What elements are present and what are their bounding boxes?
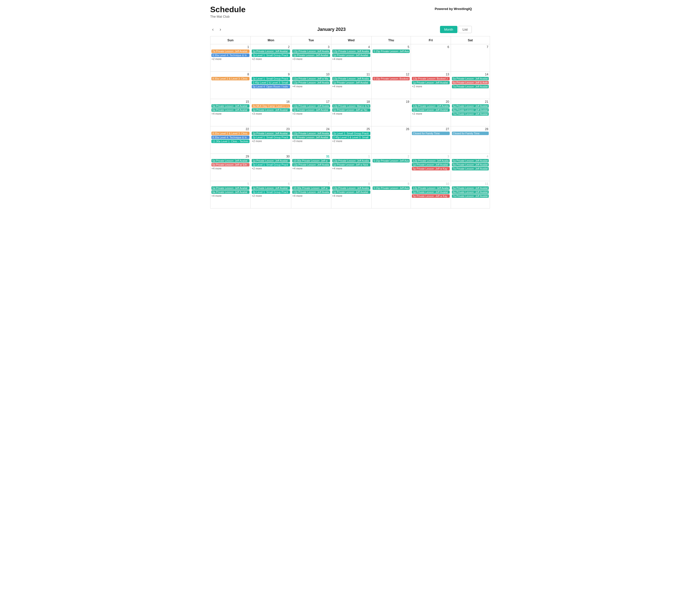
calendar-event[interactable]: 12p Private Lesson: Jeff Availa (332, 186, 370, 190)
more-events-link[interactable]: +2 more (252, 58, 290, 61)
more-events-link[interactable]: +2 more (252, 139, 290, 142)
more-events-link[interactable]: +4 more (332, 167, 370, 170)
next-button[interactable]: › (218, 26, 223, 33)
calendar-cell[interactable]: 1011a Private Lesson: Jeff w Ma12p Priva… (291, 72, 331, 99)
calendar-event[interactable]: 1p Private Lesson: Jeff Availat (412, 81, 450, 84)
calendar-cell[interactable]: 55a Private Lesson: Jeff Availat6a Priva… (210, 181, 251, 208)
more-events-link[interactable]: +4 more (332, 58, 370, 61)
calendar-event[interactable]: 12p Private Lesson: Jeff Availa (332, 159, 370, 162)
calendar-event[interactable]: 6a Private Lesson: Jeff Availat (211, 108, 249, 112)
calendar-event[interactable]: 1p Private Lesson: Jeff Availat (252, 49, 290, 53)
list-view-button[interactable]: List (458, 26, 472, 33)
calendar-event[interactable]: Closed for Family Time (452, 132, 489, 135)
calendar-event[interactable]: 1p Private Lesson: Jeff Availat (332, 190, 370, 194)
calendar-cell[interactable]: 1112p Private Lesson: Jeff Availa1p Priv… (331, 72, 371, 99)
calendar-cell[interactable]: 145a Private Lesson: Jeff Availat6a Priv… (451, 72, 490, 99)
calendar-event[interactable]: 8:30a Level 4: Technique & In (211, 136, 249, 139)
calendar-event[interactable]: 6a Private Lesson: Jeff & Anth (452, 81, 489, 84)
calendar-event[interactable]: 1p Private Lesson: Jeff Availat (332, 53, 370, 57)
calendar-cell[interactable]: 412p Private Lesson: Jeff Availa1p Priva… (331, 44, 371, 72)
calendar-event[interactable]: 8:30a Level 4: Technique & In (211, 53, 249, 57)
calendar-cell[interactable]: 61p Private Lesson: Jeff Availat2p Level… (251, 181, 291, 208)
calendar-event[interactable]: Closed for Family Time (412, 132, 450, 135)
calendar-cell[interactable]: 27Closed for Family Time (411, 126, 451, 154)
calendar-cell[interactable]: 1312p Private Lesson: Booked J1p Private… (411, 72, 451, 99)
more-events-link[interactable]: +4 more (292, 85, 330, 88)
more-events-link[interactable]: +3 more (292, 58, 330, 61)
calendar-event[interactable]: 5:15p Private Lesson: Booked (372, 77, 410, 80)
calendar-cell[interactable]: 1712p Private Lesson: Jeff Availa1p Priv… (291, 99, 331, 126)
calendar-event[interactable]: 1p Private Lesson: Jeff w/ Nic (332, 108, 370, 112)
more-events-link[interactable]: +4 more (332, 194, 370, 197)
calendar-cell[interactable]: 166a MLK Day Camp: Level 1 + L1p Private… (251, 99, 291, 126)
calendar-cell[interactable]: 228:30a Level 2 & Level 3: Clinic8:30a L… (210, 126, 251, 154)
calendar-event[interactable]: 2p Level 1: Small Group Practi (252, 136, 290, 139)
calendar-event[interactable]: 2:45p Level 2 & Level 3: Small (332, 136, 370, 139)
calendar-cell[interactable]: 1012p Private Lesson: Jeff Availa1p Priv… (411, 181, 451, 208)
calendar-event[interactable]: 6a Private Lesson: Jeff Availat (452, 108, 489, 112)
calendar-cell[interactable]: 231p Private Lesson: Jeff Availat2p Leve… (251, 126, 291, 154)
more-events-link[interactable]: +4 more (292, 167, 330, 170)
calendar-event[interactable]: 2p Level 1: Small Group Practi (252, 53, 290, 57)
calendar-event[interactable]: 12p Private Lesson: Marco & N (332, 104, 370, 108)
calendar-event[interactable]: 1p Private Lesson: Jeff Availat (252, 132, 290, 135)
calendar-event[interactable]: 5:15p Private Lesson: Jeff Ava (372, 186, 410, 190)
calendar-event[interactable]: 6a Private Lesson: Jeff w/ Eth (211, 163, 249, 167)
calendar-event[interactable]: 8:30a Level 2 & Level 3: Clinic (211, 132, 249, 135)
calendar-cell[interactable]: 295a Private Lesson: Jeff Availat6a Priv… (210, 154, 251, 181)
calendar-event[interactable]: 5a Private Lesson: Jeff Availat (452, 159, 489, 162)
calendar-event[interactable]: 5:15p Private Lesson: Jeff Ava (372, 49, 410, 53)
calendar-event[interactable]: 1p Private Lesson: Jeff Availat (412, 108, 450, 112)
more-events-link[interactable]: +4 more (332, 85, 370, 88)
calendar-event[interactable]: 12p Private Lesson: Booked J (412, 77, 450, 80)
calendar-event[interactable]: 11:30a Level 1: Clinic - Technic (211, 139, 249, 143)
calendar-event[interactable]: 5a Private Lesson: Jeff Availat (452, 104, 489, 108)
calendar-event[interactable]: 12p Private Lesson: Jeff Availa (332, 77, 370, 80)
calendar-event[interactable]: 1p Private Lesson: Jeff Availat (292, 136, 330, 139)
more-events-link[interactable]: +4 more (211, 112, 249, 115)
more-events-link[interactable]: +4 more (211, 194, 249, 197)
calendar-event[interactable]: 10:30a Private Lesson: Jeff w (292, 186, 330, 190)
calendar-cell[interactable]: 115a Private Lesson: Jeff Availat6a Priv… (451, 181, 490, 208)
calendar-cell[interactable]: 6 (411, 44, 451, 72)
month-view-button[interactable]: Month (440, 26, 457, 33)
more-events-link[interactable]: +3 more (292, 139, 330, 142)
calendar-event[interactable]: 5p Private Lesson: Jeff w Kay (412, 194, 450, 198)
calendar-cell[interactable]: 92p Level 1: Small Group Practi2:45p Lev… (251, 72, 291, 99)
calendar-cell[interactable]: 88:30a Level 2 & Level 3: Clinic (210, 72, 251, 99)
calendar-cell[interactable]: 19 (371, 99, 411, 126)
calendar-cell[interactable]: 301p Private Lesson: Jeff Availat2p Leve… (251, 154, 291, 181)
calendar-event[interactable]: 12p Private Lesson: Jeff Availa (292, 190, 330, 194)
more-events-link[interactable]: +4 more (211, 167, 249, 170)
calendar-event[interactable]: 12p Private Lesson: Jeff Availa (292, 49, 330, 53)
calendar-event[interactable]: 1p Private Lesson: Jeff Availat (252, 108, 290, 112)
calendar-event[interactable]: 12p Private Lesson: Jeff Availa (292, 132, 330, 135)
calendar-event[interactable]: 5:15p Private Lesson: Jeff Ava (372, 159, 410, 162)
calendar-event[interactable]: 12p Private Lesson: Jeff Availa (412, 104, 450, 108)
calendar-event[interactable]: 8:30a Level 2 & Level 3: Clinic (211, 77, 249, 80)
calendar-event[interactable]: 1p Private Lesson: Jeff Availat (292, 53, 330, 57)
calendar-cell[interactable]: 252p Level 1: Small Group Practi2:45p Le… (331, 126, 371, 154)
calendar-cell[interactable]: 25:15p Private Lesson: Jeff Ava (371, 154, 411, 181)
calendar-event[interactable]: 12p Private Lesson: Jeff Availa (412, 186, 450, 190)
calendar-cell[interactable]: 7 (451, 44, 490, 72)
calendar-event[interactable]: 6a Private Lesson: Jeff Availat (452, 163, 489, 167)
calendar-cell[interactable]: 215a Private Lesson: Jeff Availat6a Priv… (451, 99, 490, 126)
more-events-link[interactable]: +3 more (292, 112, 330, 115)
calendar-event[interactable]: 5a Private Lesson: Jeff Availat (452, 186, 489, 190)
more-events-link[interactable]: +2 more (252, 194, 290, 197)
calendar-cell[interactable]: 2012p Private Lesson: Jeff Availa1p Priv… (411, 99, 451, 126)
calendar-event[interactable]: 7a Private Lesson: Jeff Availat (452, 85, 489, 88)
calendar-event[interactable]: 5a Private Lesson: Jeff Availat (211, 159, 249, 162)
more-events-link[interactable]: +3 more (252, 112, 290, 115)
calendar-cell[interactable]: 3110:30a Private Lesson: Jeff w12p Priva… (291, 154, 331, 181)
calendar-event[interactable]: 2p Level 1: Small Group Practi (252, 77, 290, 80)
calendar-event[interactable]: 12p Private Lesson: Jeff Availa (332, 49, 370, 53)
calendar-cell[interactable]: 55:15p Private Lesson: Jeff Ava (371, 44, 411, 72)
calendar-cell[interactable]: 112p Private Lesson: Jeff Availa1p Priva… (331, 154, 371, 181)
calendar-event[interactable]: 12p Private Lesson: Jeff Availa (292, 81, 330, 84)
calendar-event[interactable]: 7a Private Lesson: Jeff Availat (452, 112, 489, 116)
calendar-event[interactable]: 2p Level 1: Small Group Practi (332, 132, 370, 135)
calendar-event[interactable]: 1p Private Lesson: Jeff w Nick (332, 163, 370, 167)
calendar-event[interactable]: 2:45p Level 2 & Level 3: Small (252, 81, 290, 84)
